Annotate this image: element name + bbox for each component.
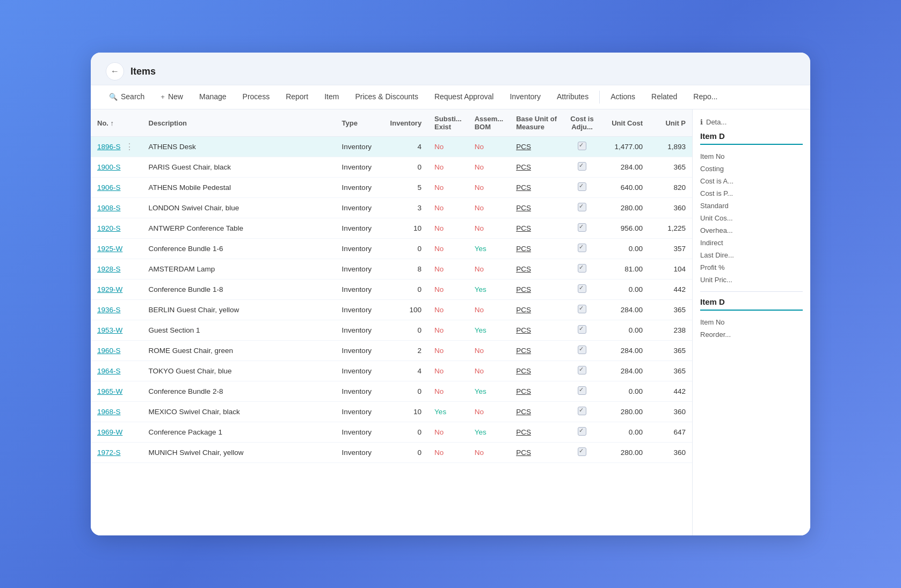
cell-type: Inventory <box>336 341 384 361</box>
table-row[interactable]: 1920-S ANTWERP Conference Table Inventor… <box>91 218 692 239</box>
cell-inv: 100 <box>384 300 428 320</box>
cell-base: PCS <box>510 198 563 218</box>
item-link[interactable]: 1900-S <box>97 163 121 171</box>
cell-inv: 4 <box>384 137 428 157</box>
col-header-no[interactable]: No. ↑ <box>91 109 142 137</box>
cell-type: Inventory <box>336 178 384 198</box>
col-header-costadj: Cost isAdju... <box>563 109 601 137</box>
item-link[interactable]: 1908-S <box>97 204 121 212</box>
toolbar-item-label: Item <box>324 92 339 101</box>
side-panel-item[interactable]: Cost is A... <box>700 175 803 187</box>
toolbar-item[interactable]: Item <box>317 85 346 109</box>
toolbar-search-label: Search <box>121 92 144 101</box>
checkbox-checked <box>578 305 586 313</box>
cell-inv: 3 <box>384 198 428 218</box>
table-row[interactable]: 1929-W Conference Bundle 1-8 Inventory 0… <box>91 280 692 300</box>
checkbox-checked <box>578 142 586 150</box>
back-button[interactable]: ← <box>106 62 124 80</box>
cell-assem: Yes <box>468 381 510 402</box>
table-row[interactable]: 1964-S TOKYO Guest Chair, blue Inventory… <box>91 361 692 381</box>
cell-type: Inventory <box>336 137 384 157</box>
toolbar-manage[interactable]: Manage <box>192 85 234 109</box>
item-link[interactable]: 1906-S <box>97 183 121 192</box>
item-link[interactable]: 1925-W <box>97 245 122 253</box>
table-row[interactable]: 1953-W Guest Section 1 Inventory 0 No Ye… <box>91 320 692 341</box>
side-panel: ℹ Deta... Item D Item NoCostingCost is A… <box>692 109 810 535</box>
cell-unitp: 360 <box>649 198 692 218</box>
table-row[interactable]: 1965-W Conference Bundle 2-8 Inventory 0… <box>91 381 692 402</box>
table-row[interactable]: 1900-S PARIS Guest Chair, black Inventor… <box>91 157 692 178</box>
cell-costadj <box>563 422 601 443</box>
side-panel-item[interactable]: Item No <box>700 150 803 163</box>
cell-unitp: 820 <box>649 178 692 198</box>
table-row[interactable]: 1972-S MUNICH Swivel Chair, yellow Inven… <box>91 443 692 463</box>
item-link[interactable]: 1929-W <box>97 285 122 293</box>
item-link[interactable]: 1965-W <box>97 387 122 395</box>
cell-unitp: 360 <box>649 402 692 422</box>
side-panel-item[interactable]: Overhea... <box>700 224 803 237</box>
cell-assem: No <box>468 218 510 239</box>
table-row[interactable]: 1968-S MEXICO Swivel Chair, black Invent… <box>91 402 692 422</box>
toolbar: 🔍 Search + New Manage Process Report Ite… <box>91 85 810 109</box>
cell-inv: 0 <box>384 320 428 341</box>
side-panel-item[interactable]: Unit Cos... <box>700 212 803 224</box>
item-link[interactable]: 1968-S <box>97 408 121 416</box>
table-row[interactable]: 1896-S ⋮ ATHENS Desk Inventory 4 No No P… <box>91 137 692 157</box>
toolbar-search[interactable]: 🔍 Search <box>101 85 152 109</box>
side-panel-item[interactable]: Cost is P... <box>700 187 803 200</box>
toolbar-inventory[interactable]: Inventory <box>502 85 548 109</box>
row-menu-icon[interactable]: ⋮ <box>123 142 136 152</box>
item-link[interactable]: 1972-S <box>97 449 121 457</box>
item-link[interactable]: 1920-S <box>97 224 121 232</box>
item-link[interactable]: 1964-S <box>97 367 121 375</box>
item-link[interactable]: 1928-S <box>97 265 121 273</box>
cell-desc: Conference Package 1 <box>142 422 336 443</box>
back-icon: ← <box>111 67 119 76</box>
table-row[interactable]: 1936-S BERLIN Guest Chair, yellow Invent… <box>91 300 692 320</box>
side-panel-item[interactable]: Standard <box>700 200 803 212</box>
item-link[interactable]: 1936-S <box>97 306 121 314</box>
side-panel-item[interactable]: Reorder... <box>700 328 803 341</box>
table-row[interactable]: 1928-S AMSTERDAM Lamp Inventory 8 No No … <box>91 259 692 280</box>
side-panel-item[interactable]: Unit Pric... <box>700 274 803 286</box>
table-row[interactable]: 1908-S LONDON Swivel Chair, blue Invento… <box>91 198 692 218</box>
toolbar-related[interactable]: Related <box>644 85 685 109</box>
item-link[interactable]: 1896-S <box>97 143 121 151</box>
toolbar-report2-label: Repo... <box>693 92 717 101</box>
checkbox-checked <box>578 386 586 395</box>
side-panel-item[interactable]: Item No <box>700 316 803 328</box>
side-panel-item[interactable]: Costing <box>700 163 803 175</box>
toolbar-new[interactable]: + New <box>153 85 191 109</box>
cell-base: PCS <box>510 218 563 239</box>
table-row[interactable]: 1969-W Conference Package 1 Inventory 0 … <box>91 422 692 443</box>
table-section: No. ↑ Description Type Inventory Substi.… <box>91 109 692 535</box>
toolbar-process[interactable]: Process <box>235 85 278 109</box>
cell-assem: Yes <box>468 239 510 259</box>
col-header-inv: Inventory <box>384 109 428 137</box>
cell-type: Inventory <box>336 259 384 280</box>
table-row[interactable]: 1925-W Conference Bundle 1-6 Inventory 0… <box>91 239 692 259</box>
cell-unitcost: 0.00 <box>601 422 649 443</box>
table-row[interactable]: 1906-S ATHENS Mobile Pedestal Inventory … <box>91 178 692 198</box>
detail-label[interactable]: Deta... <box>706 118 726 126</box>
toolbar-attributes[interactable]: Attributes <box>549 85 596 109</box>
toolbar-approval[interactable]: Request Approval <box>427 85 502 109</box>
item-link[interactable]: 1969-W <box>97 428 122 436</box>
toolbar-actions[interactable]: Actions <box>603 85 643 109</box>
cell-unitp: 442 <box>649 280 692 300</box>
cell-no: 1972-S <box>91 443 142 463</box>
cell-subst: No <box>428 280 468 300</box>
cell-costadj <box>563 320 601 341</box>
item-link[interactable]: 1960-S <box>97 347 121 355</box>
toolbar-report2[interactable]: Repo... <box>686 85 725 109</box>
cell-unitcost: 0.00 <box>601 381 649 402</box>
cell-desc: BERLIN Guest Chair, yellow <box>142 300 336 320</box>
toolbar-prices[interactable]: Prices & Discounts <box>347 85 425 109</box>
side-panel-item[interactable]: Indirect <box>700 237 803 249</box>
toolbar-report[interactable]: Report <box>278 85 316 109</box>
item-link[interactable]: 1953-W <box>97 326 122 334</box>
table-row[interactable]: 1960-S ROME Guest Chair, green Inventory… <box>91 341 692 361</box>
cell-desc: LONDON Swivel Chair, blue <box>142 198 336 218</box>
side-panel-item[interactable]: Last Dire... <box>700 249 803 261</box>
side-panel-item[interactable]: Profit % <box>700 261 803 274</box>
